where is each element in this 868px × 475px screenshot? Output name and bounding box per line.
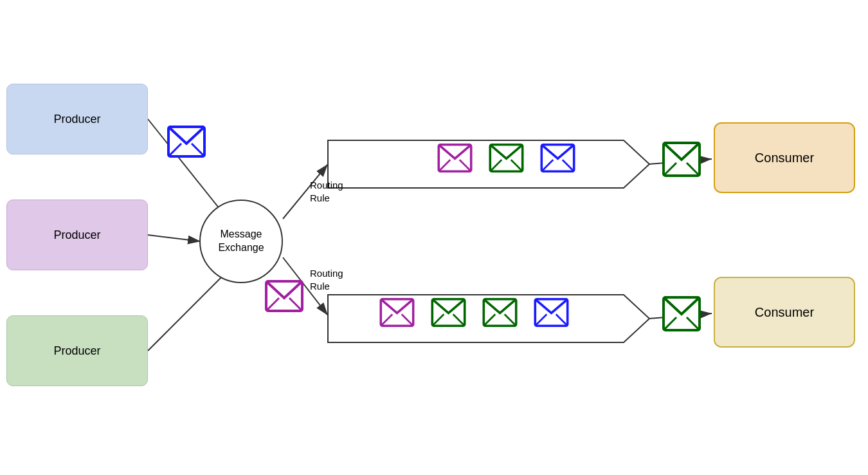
consumer-2-box: Consumer (714, 277, 855, 348)
producer-2-box: Producer (6, 200, 148, 270)
routing-rule-2: RoutingRule (310, 267, 343, 292)
consumer-1-box: Consumer (714, 122, 855, 193)
queue2-envelope-4 (534, 298, 569, 330)
queue1-exit-envelope (662, 142, 701, 180)
svg-line-1 (148, 235, 201, 241)
queue1-envelope-3 (540, 144, 575, 175)
consumer-2-label: Consumer (755, 305, 814, 320)
producer-1-box: Producer (6, 84, 148, 154)
consumer-1-label: Consumer (755, 151, 814, 165)
queue2-envelope-3 (482, 298, 518, 330)
producer-3-label: Producer (53, 344, 100, 358)
producer-1-label: Producer (53, 113, 100, 126)
exchange-envelope (265, 280, 303, 315)
queue2-envelope-2 (431, 298, 466, 330)
exchange-label: MessageExchange (218, 228, 264, 255)
producer-3-box: Producer (6, 315, 148, 386)
producer-1-envelope (167, 126, 206, 160)
queue2-envelope-1 (379, 298, 415, 330)
queue1-envelope-2 (489, 144, 524, 175)
producer-2-label: Producer (53, 228, 100, 242)
routing-rule-1: RoutingRule (310, 179, 343, 204)
message-exchange-circle: MessageExchange (199, 200, 283, 283)
queue2-exit-envelope (662, 296, 701, 334)
queue1-envelope-1 (437, 144, 473, 175)
diagram-container: Producer Producer Producer MessageExchan… (0, 0, 868, 475)
